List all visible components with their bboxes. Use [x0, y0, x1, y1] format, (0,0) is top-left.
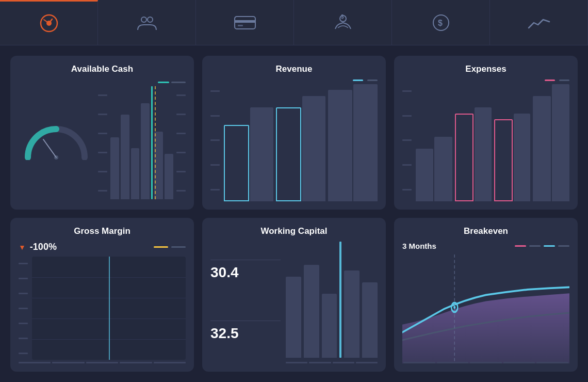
breakeven-months: 3 Months [402, 242, 436, 250]
wc-bar-area [286, 242, 378, 363]
gauge-svg [23, 121, 90, 160]
breakeven-legend [515, 245, 569, 247]
gm-legend-yellow [154, 246, 168, 248]
expenses-content [402, 79, 569, 201]
nav-analytics[interactable] [490, 0, 588, 45]
card-gross-margin: Gross Margin ▼ -100% [10, 218, 194, 372]
gauge-container [19, 79, 94, 201]
wc-bars [286, 242, 378, 360]
rev-bar-filled-3b [353, 84, 378, 201]
exp-bar-outline-2 [494, 119, 513, 201]
gm-legend-gray [171, 246, 186, 248]
card-breakeven: Breakeven 3 Months [394, 218, 578, 372]
wc-value-2: 32.5 [210, 325, 281, 342]
revenue-bar-area [224, 79, 378, 201]
wc-value-1: 30.4 [210, 264, 281, 281]
bk-legend-gray1 [529, 245, 541, 247]
working-capital-title: Working Capital [210, 226, 378, 236]
svg-point-4 [141, 17, 146, 22]
available-cash-content [19, 79, 186, 201]
wc-metrics: 30.4 32.5 [210, 242, 281, 363]
svg-rect-8 [238, 25, 243, 26]
wc-metric-1: 30.4 [210, 260, 281, 285]
nav-dollar[interactable]: $ [392, 0, 490, 45]
legend-blue [353, 79, 363, 81]
breakeven-title: Breakeven [402, 226, 569, 236]
revenue-h-bars [210, 79, 220, 201]
svg-rect-7 [235, 20, 255, 23]
legend-gray1 [171, 82, 186, 83]
rev-bar-filled-1 [250, 107, 273, 201]
expenses-h-bars [402, 79, 412, 201]
cash-right-panel [98, 79, 186, 201]
bk-legend-pink [515, 245, 526, 247]
expenses-legend [416, 79, 569, 81]
h-bars-left [98, 86, 107, 199]
bk-legend-blue [544, 245, 555, 247]
revenue-bars [224, 84, 378, 201]
nav-payment[interactable]: $ [294, 0, 392, 45]
rev-bar-outline-2 [276, 107, 301, 201]
svg-point-5 [148, 17, 153, 22]
main-grid: Available Cash [0, 45, 588, 382]
legend-gray2 [367, 79, 378, 81]
gm-legend [154, 246, 186, 248]
svg-line-14 [43, 139, 56, 157]
navbar: $ $ [0, 0, 588, 45]
breakeven-svg [402, 254, 569, 363]
revenue-title: Revenue [210, 64, 378, 74]
available-cash-title: Available Cash [19, 64, 186, 74]
gross-margin-title: Gross Margin [19, 226, 186, 236]
expenses-bar-area [416, 79, 569, 201]
svg-point-17 [453, 306, 455, 309]
exp-bar-outline-1 [455, 114, 473, 201]
gm-vline [109, 257, 110, 360]
wc-content: 30.4 32.5 [210, 242, 378, 363]
expenses-bars [416, 84, 569, 201]
revenue-content [210, 79, 378, 201]
rev-bar-filled-3a [328, 90, 352, 201]
card-expenses: Expenses [394, 56, 578, 210]
teal-vline [151, 86, 153, 199]
card-revenue: Revenue [202, 56, 386, 210]
breakeven-header: 3 Months [402, 242, 569, 250]
breakeven-chart [402, 254, 569, 363]
nav-users[interactable] [98, 0, 196, 45]
bk-bottom-ticks [402, 362, 569, 363]
gm-main-chart [32, 257, 186, 360]
gm-value: -100% [30, 242, 57, 252]
legend-pink [545, 79, 555, 81]
gross-margin-header: ▼ -100% [19, 242, 186, 252]
wc-metric-2: 32.5 [210, 321, 281, 346]
gm-trend-arrow: ▼ [19, 243, 26, 251]
wc-vline [339, 242, 341, 358]
nav-dashboard[interactable] [0, 0, 98, 45]
vertical-bars [110, 86, 173, 199]
revenue-legend [224, 79, 378, 81]
wc-bottom-ticks [286, 362, 378, 363]
expenses-title: Expenses [402, 64, 569, 74]
h-bars-right [176, 86, 186, 199]
svg-text:$: $ [438, 19, 443, 27]
card-available-cash: Available Cash [10, 56, 194, 210]
rev-bar-outline-1 [224, 125, 249, 201]
legend-gray3 [559, 79, 569, 81]
legend-teal [158, 82, 169, 83]
gm-ticks [19, 257, 28, 360]
rev-bar-filled-2 [302, 96, 325, 201]
gm-chart [19, 257, 186, 360]
svg-text:$: $ [341, 14, 344, 20]
nav-cards[interactable] [196, 0, 294, 45]
bk-legend-gray2 [558, 245, 569, 247]
dotted-line [155, 86, 156, 199]
gm-bottom-ticks [19, 362, 186, 363]
card-working-capital: Working Capital 30.4 32.5 [202, 218, 386, 372]
